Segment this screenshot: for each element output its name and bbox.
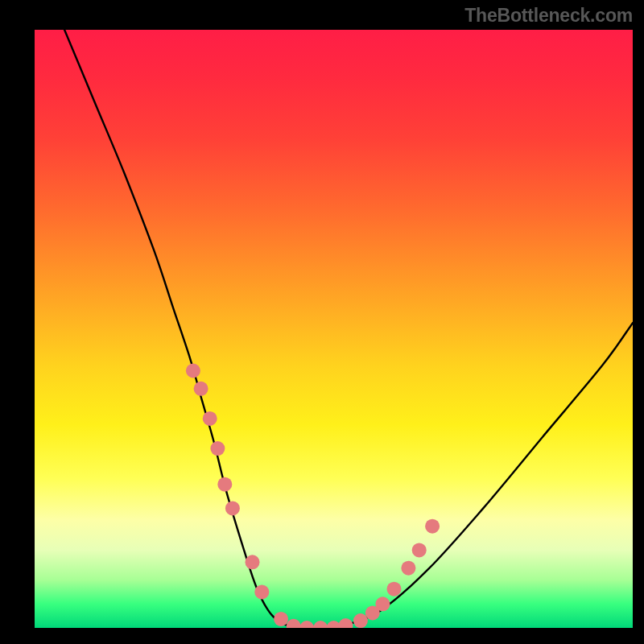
sample-marker: [353, 613, 368, 628]
sample-marker: [401, 561, 415, 576]
sample-marker: [274, 612, 288, 626]
sample-marker: [425, 519, 440, 534]
sample-marker: [254, 584, 269, 599]
bottleneck-curve: [64, 30, 633, 628]
sample-marker: [412, 543, 427, 557]
watermark-text: TheBottleneck.com: [464, 5, 633, 27]
plot-area: [35, 30, 633, 628]
sample-marker: [299, 621, 314, 628]
chart-frame: TheBottleneck.com: [0, 0, 644, 644]
sample-markers: [186, 364, 440, 629]
sample-marker: [194, 382, 208, 396]
sample-marker: [387, 582, 402, 597]
sample-marker: [210, 441, 225, 456]
sample-marker: [287, 619, 301, 628]
sample-marker: [225, 501, 240, 515]
sample-marker: [313, 621, 328, 628]
sample-marker: [203, 411, 217, 426]
sample-marker: [375, 597, 390, 611]
sample-marker: [186, 364, 200, 378]
sample-marker: [217, 477, 232, 492]
sample-marker: [246, 555, 260, 569]
sample-marker: [338, 618, 353, 628]
bottleneck-chart-svg: [35, 30, 633, 628]
